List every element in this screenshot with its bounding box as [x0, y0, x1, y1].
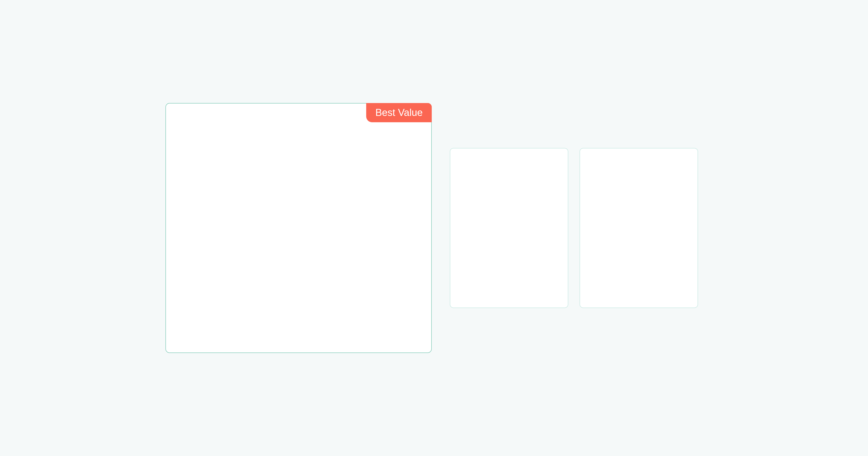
- best-value-badge: Best Value: [366, 103, 432, 122]
- cards-container: Best Value: [165, 103, 698, 353]
- featured-plan-card[interactable]: Best Value: [165, 103, 432, 353]
- badge-label: Best Value: [375, 107, 423, 118]
- plan-card[interactable]: [450, 148, 568, 308]
- plan-card[interactable]: [580, 148, 698, 308]
- secondary-cards-group: [450, 148, 698, 308]
